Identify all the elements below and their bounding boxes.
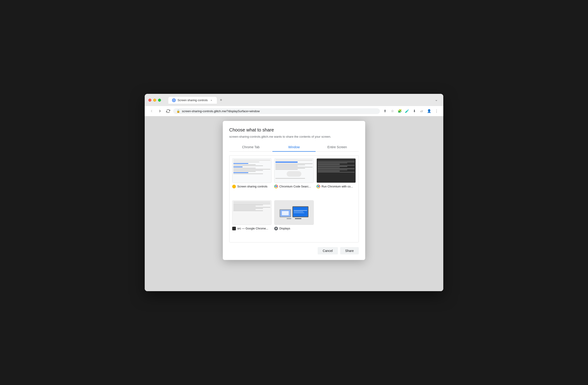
share-button[interactable]: ⬆ <box>382 108 388 114</box>
thumb-line <box>233 167 243 167</box>
tab-favicon-inner <box>173 99 175 101</box>
window-preview-screen-sharing <box>232 158 272 183</box>
screen-line <box>294 212 304 213</box>
main-screen <box>293 207 308 217</box>
small-monitor <box>279 209 291 217</box>
thumbnails-grid: Screen sharing controls <box>229 155 359 243</box>
thumb-line <box>233 169 270 170</box>
dialog-title: Choose what to share <box>229 127 359 133</box>
thumb-bar <box>318 159 355 161</box>
share-dialog: Choose what to share screen-sharing-cont… <box>223 121 365 260</box>
tab-close-button[interactable]: × <box>210 98 213 102</box>
cancel-button[interactable]: Cancel <box>318 247 338 254</box>
window-item-run-chromium[interactable]: Run Chromium with co... <box>316 158 356 197</box>
tab-bar: Screen sharing controls × + ⌄ <box>168 96 440 104</box>
profile-button[interactable]: 👤 <box>426 108 432 114</box>
thumb-line <box>318 166 347 167</box>
address-bar[interactable]: 🔒 screen-sharing-controls.glitch.me/?dis… <box>173 108 380 114</box>
thumb-line <box>233 165 263 166</box>
thumb-lines <box>233 163 270 182</box>
main-monitor <box>292 206 309 217</box>
thumb-bar-2 <box>233 161 259 162</box>
lab-button[interactable]: 🧪 <box>404 108 410 114</box>
window-title-run-chromium: Run Chromium with co... <box>322 185 353 188</box>
thumb-line <box>275 169 298 170</box>
thumb-line <box>275 178 305 179</box>
dialog-subtitle: screen-sharing-controls.glitch.me wants … <box>229 135 359 138</box>
browser-window: Screen sharing controls × + ⌄ <box>145 94 443 291</box>
thumb-lines <box>318 161 355 182</box>
thumb-line <box>318 168 355 169</box>
tab-entire-screen[interactable]: Entire Screen <box>315 143 359 152</box>
stand-2 <box>295 218 301 219</box>
window-preview-run-chromium <box>316 158 356 183</box>
window-preview-chromium-search <box>274 158 314 183</box>
maximize-traffic-light[interactable] <box>158 99 161 102</box>
window-title-chromium-search: Chromium Code Searc... <box>279 185 311 188</box>
thumb-line <box>275 165 305 165</box>
thumb-line <box>233 163 248 164</box>
thumb-line <box>233 171 256 172</box>
lock-icon: 🔒 <box>176 109 180 113</box>
window-preview-displays <box>274 200 314 225</box>
new-tab-button[interactable]: + <box>218 97 224 103</box>
modal-overlay: Choose what to share screen-sharing-cont… <box>145 116 443 291</box>
thumb-content-1 <box>232 158 271 183</box>
tab-overflow-button[interactable]: ⌄ <box>433 96 440 103</box>
thumb-circle <box>287 171 302 177</box>
nav-bar: 🔒 screen-sharing-controls.glitch.me/?dis… <box>145 106 443 116</box>
favicon-src <box>232 227 236 230</box>
extensions-button[interactable]: 🧩 <box>397 108 403 114</box>
thumb-line <box>233 207 270 208</box>
favicon-screen-sharing <box>232 185 236 188</box>
tab-chrome-tab[interactable]: Chrome Tab <box>229 143 273 152</box>
bookmark-button[interactable]: ☆ <box>389 108 396 114</box>
window-item-chromium-search[interactable]: Chromium Code Searc... <box>274 158 314 197</box>
thumb-line <box>233 204 270 204</box>
forward-button[interactable] <box>157 108 163 114</box>
close-traffic-light[interactable] <box>148 99 151 102</box>
thumb-content-3 <box>317 158 356 183</box>
screen-content <box>282 211 289 215</box>
thumb-search-bar <box>275 161 298 163</box>
window-item-screen-sharing[interactable]: Screen sharing controls <box>232 158 272 197</box>
sidebar-button[interactable]: ▱ <box>419 108 425 114</box>
address-text: screen-sharing-controls.glitch.me/?displ… <box>182 109 377 113</box>
thumb-line <box>233 172 248 173</box>
window-item-src[interactable]: src — Google Chrome... <box>232 200 272 240</box>
download-button[interactable]: ⬇ <box>411 108 418 114</box>
window-title-src: src — Google Chrome... <box>237 227 268 230</box>
traffic-lights <box>148 99 161 102</box>
window-label-src: src — Google Chrome... <box>232 227 272 230</box>
thumb-line <box>233 205 263 205</box>
window-item-displays[interactable]: ⚙ Displays <box>274 200 314 240</box>
favicon-run-chromium <box>316 185 320 188</box>
thumb-line <box>318 163 347 163</box>
thumb-content-2 <box>274 158 313 183</box>
share-tabs: Chrome Tab Window Entire Screen <box>229 143 359 152</box>
thumb-line <box>275 168 305 169</box>
thumb-line <box>318 172 355 173</box>
thumb-line <box>233 164 256 165</box>
screen-line <box>294 211 303 212</box>
title-bar: Screen sharing controls × + ⌄ <box>145 94 443 106</box>
thumb-content-5 <box>274 201 313 225</box>
thumb-lines <box>233 204 270 224</box>
thumb-content-4 <box>232 201 271 225</box>
reload-button[interactable] <box>165 108 171 114</box>
thumb-line <box>318 161 355 162</box>
thumb-line <box>275 167 312 168</box>
share-button[interactable]: Share <box>340 247 359 254</box>
minimize-traffic-light[interactable] <box>153 99 156 102</box>
active-tab[interactable]: Screen sharing controls × <box>168 97 217 104</box>
thumb-line <box>233 168 256 168</box>
tab-favicon <box>172 98 176 102</box>
nav-actions: ⬆ ☆ 🧩 🧪 ⬇ ▱ 👤 ⋮ <box>382 108 440 114</box>
display-group <box>279 206 309 217</box>
tab-window[interactable]: Window <box>273 143 315 152</box>
thumb-line <box>318 170 347 170</box>
back-button[interactable] <box>148 108 155 114</box>
thumb-bar <box>275 159 312 161</box>
menu-button[interactable]: ⋮ <box>433 108 440 114</box>
favicon-chromium-search <box>274 185 278 188</box>
